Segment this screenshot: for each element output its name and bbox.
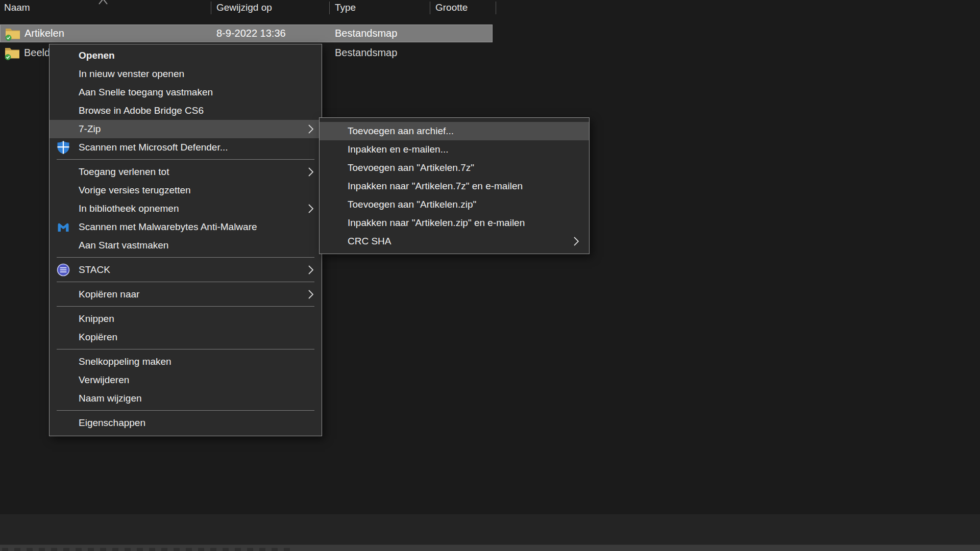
menu-separator [57, 349, 314, 349]
malwarebytes-m-icon [56, 220, 70, 234]
status-bar-sliver [0, 544, 980, 551]
menu-item-knippen[interactable]: Knippen [50, 310, 322, 328]
column-header-grootte[interactable]: Grootte [435, 2, 468, 13]
chevron-right-icon [573, 236, 580, 246]
menu-item-7-zip[interactable]: 7-Zip [50, 120, 322, 138]
defender-shield-icon [56, 140, 70, 155]
menu-item-kopieren-naar[interactable]: Kopiëren naar [50, 285, 322, 304]
column-divider[interactable] [329, 2, 330, 14]
file-row-artikelen[interactable]: Artikelen 8-9-2022 13:36 Bestandsmap [0, 24, 493, 42]
menu-item-in-bibliotheek-opnemen[interactable]: In bibliotheek opnemen [50, 199, 322, 218]
menu-item-scannen-met-malwarebytes[interactable]: Scannen met Malwarebytes Anti-Malware [50, 218, 322, 236]
menu-item-openen[interactable]: Openen [50, 46, 322, 65]
submenu-item-inpakken-naar-artikelen-7z[interactable]: Inpakken naar "Artikelen.7z" en e-mailen [320, 177, 589, 195]
menu-item-snelkoppeling-maken[interactable]: Snelkoppeling maken [50, 353, 322, 371]
menu-item-kopieren[interactable]: Kopiëren [50, 328, 322, 346]
menu-separator [57, 410, 314, 411]
7zip-submenu: Toevoegen aan archief... Inpakken en e-m… [319, 117, 590, 254]
submenu-item-crc-sha[interactable]: CRC SHA [320, 232, 589, 251]
menu-item-vorige-versies-terugzetten[interactable]: Vorige versies terugzetten [50, 181, 322, 199]
stack-circle-icon [56, 263, 70, 277]
chevron-right-icon [307, 204, 314, 214]
submenu-item-toevoegen-aan-archief[interactable]: Toevoegen aan archief... [320, 122, 589, 140]
submenu-item-toevoegen-aan-artikelen-zip[interactable]: Toevoegen aan "Artikelen.zip" [320, 195, 589, 214]
menu-item-stack[interactable]: STACK [50, 261, 322, 279]
menu-separator [57, 282, 314, 282]
column-divider[interactable] [496, 2, 496, 14]
menu-item-eigenschappen[interactable]: Eigenschappen [50, 414, 322, 432]
menu-item-verwijderen[interactable]: Verwijderen [50, 371, 322, 389]
menu-separator [57, 257, 314, 258]
column-header-type[interactable]: Type [335, 2, 356, 13]
column-header-gewijzigd-op[interactable]: Gewijzigd op [216, 2, 272, 13]
menu-item-in-nieuw-venster-openen[interactable]: In nieuw venster openen [50, 65, 322, 83]
chevron-right-icon [307, 265, 314, 275]
menu-item-aan-snelle-toegang-vastmaken[interactable]: Aan Snelle toegang vastmaken [50, 83, 322, 102]
submenu-item-toevoegen-aan-artikelen-7z[interactable]: Toevoegen aan "Artikelen.7z" [320, 159, 589, 177]
chevron-right-icon [307, 124, 314, 134]
column-header-naam[interactable]: Naam [4, 2, 30, 13]
submenu-item-inpakken-naar-artikelen-zip[interactable]: Inpakken naar "Artikelen.zip" en e-maile… [320, 214, 589, 232]
status-bar-clipped-text [2, 548, 293, 551]
file-type: Bestandsmap [335, 44, 397, 62]
file-name: Artikelen [24, 25, 64, 42]
menu-item-toegang-verlenen-tot[interactable]: Toegang verlenen tot [50, 163, 322, 181]
chevron-right-icon [307, 289, 314, 299]
menu-item-scannen-met-microsoft-defender[interactable]: Scannen met Microsoft Defender... [50, 138, 322, 157]
context-menu: Openen In nieuw venster openen Aan Snell… [49, 44, 322, 436]
window-bottom-band [0, 514, 980, 544]
submenu-item-inpakken-en-emailen[interactable]: Inpakken en e-mailen... [320, 140, 589, 159]
menu-separator [57, 306, 314, 307]
folder-icon [5, 46, 20, 60]
folder-icon [5, 27, 20, 41]
menu-item-aan-start-vastmaken[interactable]: Aan Start vastmaken [50, 236, 322, 255]
menu-item-browse-in-adobe-bridge[interactable]: Browse in Adobe Bridge CS6 [50, 102, 322, 120]
chevron-right-icon [307, 167, 314, 177]
file-type: Bestandsmap [335, 25, 397, 42]
column-divider[interactable] [211, 2, 211, 14]
file-list-header: Naam Gewijzigd op Type Grootte [0, 0, 980, 15]
column-divider[interactable] [430, 2, 430, 14]
menu-separator [57, 159, 314, 160]
caret-up-icon [97, 0, 109, 5]
file-modified-date: 8-9-2022 13:36 [216, 25, 286, 42]
menu-item-naam-wijzigen[interactable]: Naam wijzigen [50, 389, 322, 408]
